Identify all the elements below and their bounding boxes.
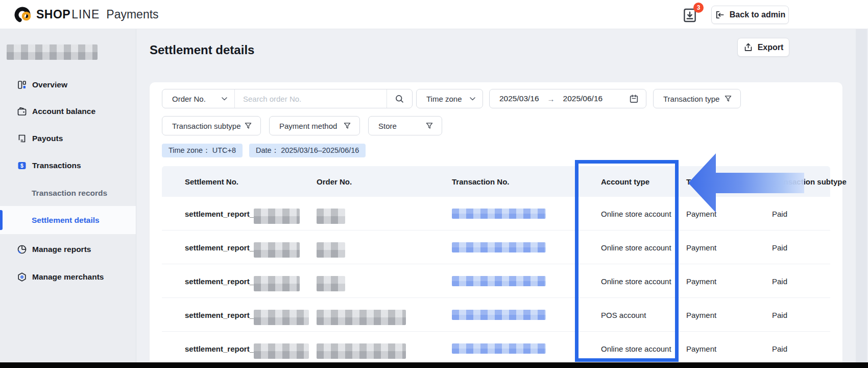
settlement-details-card: Order No. Time zone 2025/03/16 → 2 bbox=[150, 82, 842, 363]
timezone-dropdown[interactable]: Time zone bbox=[416, 89, 483, 108]
transaction-type-value: Payment bbox=[686, 298, 716, 332]
account-type-value: Online store account bbox=[601, 231, 671, 264]
shopline-payments-screen: SHOP LINE Payments 3 Back to admin bbox=[0, 0, 868, 368]
col-transaction-type: Transaction type bbox=[686, 166, 747, 197]
col-transaction-subtype: Transaction subtype bbox=[772, 166, 847, 197]
transaction-type-value: Payment bbox=[686, 231, 716, 264]
sidebar-item-settlement-details[interactable]: Settlement details bbox=[0, 206, 136, 234]
col-transaction-no: Transaction No. bbox=[452, 166, 510, 197]
sidebar-label: Overview bbox=[32, 80, 67, 89]
redacted-transaction-no-link[interactable] bbox=[452, 209, 546, 219]
applied-filters: Time zone： UTC+8 Date： 2025/03/16–2025/0… bbox=[162, 144, 366, 157]
sidebar-label: Manage reports bbox=[32, 245, 91, 254]
date-end-value: 2025/06/16 bbox=[563, 94, 603, 103]
funnel-filter-icon bbox=[244, 122, 252, 130]
transaction-subtype-value: Paid bbox=[772, 332, 787, 365]
date-range-arrow: → bbox=[547, 95, 555, 103]
redacted-settlement-id bbox=[254, 242, 300, 258]
redacted-order-no bbox=[317, 343, 406, 359]
sidebar-label: Account balance bbox=[32, 107, 95, 116]
timezone-dropdown-label: Time zone bbox=[426, 95, 462, 103]
search-order-input[interactable] bbox=[235, 89, 387, 108]
search-button[interactable] bbox=[387, 89, 412, 108]
export-label: Export bbox=[758, 43, 784, 52]
order-no-dropdown-label: Order No. bbox=[172, 95, 206, 103]
table-row: settlement_report_ Online store account … bbox=[162, 231, 830, 264]
download-reports-button[interactable]: 3 bbox=[681, 7, 698, 24]
sidebar-item-overview[interactable]: Overview bbox=[0, 76, 136, 94]
settlement-no-prefix: settlement_report_ bbox=[185, 344, 254, 353]
shopline-logo-icon bbox=[14, 6, 32, 24]
transaction-type-value: Payment bbox=[686, 332, 716, 365]
redacted-settlement-id bbox=[254, 276, 300, 291]
account-type-value: Online store account bbox=[601, 197, 671, 231]
redacted-settlement-id bbox=[254, 343, 309, 359]
transaction-type-value: Payment bbox=[686, 197, 716, 231]
notification-badge: 3 bbox=[693, 3, 704, 13]
sidebar-label: Manage merchants bbox=[32, 272, 104, 282]
sidebar-item-account-balance[interactable]: Account balance bbox=[0, 103, 136, 120]
funnel-filter-icon bbox=[724, 95, 732, 103]
search-icon bbox=[395, 94, 404, 104]
transaction-subtype-value: Paid bbox=[772, 197, 787, 231]
redacted-settlement-id bbox=[254, 209, 300, 224]
sidebar-item-payouts[interactable]: Payouts bbox=[0, 130, 136, 147]
transaction-subtype-filter[interactable]: Transaction subtype bbox=[162, 116, 261, 135]
app-header: SHOP LINE Payments 3 Back to admin bbox=[0, 0, 868, 29]
brand-logo: SHOP LINE Payments bbox=[14, 0, 159, 29]
settlement-no-prefix: settlement_report_ bbox=[185, 311, 254, 319]
pie-chart-icon bbox=[17, 244, 27, 255]
transactions-dollar-icon: $ bbox=[17, 160, 27, 171]
sidebar-label: Transactions bbox=[32, 161, 81, 170]
store-filter[interactable]: Store bbox=[368, 116, 442, 135]
payment-method-filter[interactable]: Payment method bbox=[269, 116, 360, 135]
back-to-admin-button[interactable]: Back to admin bbox=[711, 6, 789, 24]
account-type-value: Online store account bbox=[601, 264, 671, 298]
payout-document-icon bbox=[17, 133, 27, 144]
sidebar-item-transactions[interactable]: $ Transactions bbox=[0, 157, 136, 174]
sidebar-item-transaction-records[interactable]: Transaction records bbox=[0, 185, 136, 202]
chevron-down-icon bbox=[222, 97, 227, 101]
col-order-no: Order No. bbox=[317, 166, 352, 197]
sidebar-label: Settlement details bbox=[32, 216, 100, 225]
order-search-group: Order No. bbox=[162, 89, 413, 108]
redacted-transaction-no-link[interactable] bbox=[452, 242, 546, 252]
settlement-no-prefix: settlement_report_ bbox=[185, 210, 254, 218]
col-settlement-no: Settlement No. bbox=[185, 166, 238, 197]
account-type-value: POS account bbox=[601, 298, 646, 332]
sidebar-item-manage-merchants[interactable]: Manage merchants bbox=[0, 268, 136, 286]
redacted-transaction-no-link[interactable] bbox=[452, 276, 546, 286]
table-row: settlement_report_ Online store account … bbox=[162, 197, 830, 231]
sidebar-item-manage-reports[interactable]: Manage reports bbox=[0, 241, 136, 258]
date-range-picker[interactable]: 2025/03/16 → 2025/06/16 bbox=[489, 89, 646, 108]
export-button[interactable]: Export bbox=[737, 38, 789, 57]
redacted-settlement-id bbox=[254, 310, 309, 325]
settlement-no-prefix: settlement_report_ bbox=[185, 277, 254, 286]
payment-method-filter-label: Payment method bbox=[279, 122, 337, 130]
chevron-down-icon bbox=[470, 97, 475, 101]
redacted-order-no bbox=[317, 310, 406, 325]
redacted-transaction-no-link[interactable] bbox=[452, 343, 546, 354]
brand-text-shop: SHOP bbox=[36, 8, 70, 21]
col-account-type: Account type bbox=[601, 166, 649, 197]
redacted-transaction-no-link[interactable] bbox=[452, 310, 546, 320]
page-scrollbar[interactable] bbox=[856, 29, 867, 363]
transaction-subtype-value: Paid bbox=[772, 264, 787, 298]
sidebar-label: Transaction records bbox=[32, 189, 107, 198]
transaction-type-filter-label: Transaction type bbox=[663, 95, 719, 103]
account-type-value: Online store account bbox=[601, 332, 671, 365]
redacted-merchant-name bbox=[7, 44, 98, 60]
sidebar: Overview Account balance Payouts $ bbox=[0, 29, 136, 363]
settlement-no-prefix: settlement_report_ bbox=[185, 243, 254, 252]
redacted-order-no bbox=[317, 209, 345, 224]
transaction-subtype-value: Paid bbox=[772, 298, 787, 332]
table-row: settlement_report_ POS account Payment P… bbox=[162, 298, 830, 332]
transaction-subtype-value: Paid bbox=[772, 231, 787, 264]
order-no-dropdown[interactable]: Order No. bbox=[162, 89, 235, 108]
exit-left-icon bbox=[715, 10, 725, 20]
store-filter-label: Store bbox=[378, 122, 397, 130]
transaction-subtype-filter-label: Transaction subtype bbox=[172, 122, 241, 130]
calendar-icon bbox=[629, 94, 639, 104]
page-title: Settlement details bbox=[150, 43, 254, 57]
transaction-type-filter[interactable]: Transaction type bbox=[653, 89, 741, 108]
